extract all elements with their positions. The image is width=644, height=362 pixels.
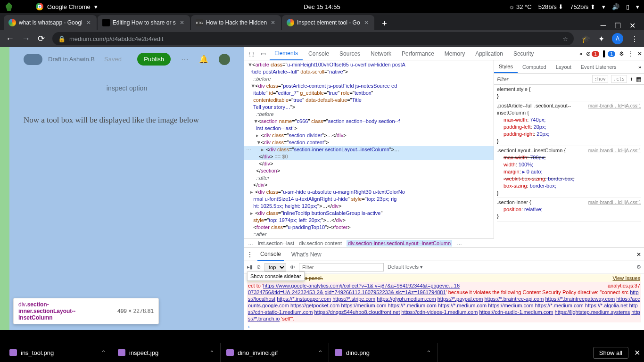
chevron-up-icon[interactable]: ⌃ — [101, 349, 106, 356]
download-name: inspect.jpg — [129, 349, 158, 356]
chevron-up-icon[interactable]: ⌃ — [209, 349, 215, 356]
draft-label[interactable]: Draft in Ashwin.B — [48, 56, 95, 63]
tab-elements[interactable]: Elements — [270, 47, 303, 60]
issues-badge[interactable]: ▌1 — [603, 50, 615, 57]
publish-button[interactable]: Publish — [137, 53, 171, 66]
browser-tab[interactable]: Editing How to share or s ✕ — [98, 15, 190, 30]
app-name[interactable]: Google Chrome — [47, 3, 91, 10]
dom-tree[interactable]: ▼<article class="u-minHeight100vhOffset6… — [244, 60, 494, 238]
cls-toggle[interactable]: .cls — [611, 75, 627, 83]
clock[interactable]: Dec 15 14:55 — [304, 3, 340, 10]
grad-cap-icon[interactable]: 🎓 — [581, 34, 591, 43]
close-window-button[interactable]: ✕ — [629, 21, 636, 30]
wifi-icon[interactable]: ▾ — [602, 3, 605, 10]
settings-icon[interactable]: ⚙ — [619, 50, 624, 57]
new-tab-button[interactable]: + — [378, 17, 391, 30]
download-name: dino_invinci.gif — [238, 349, 278, 356]
url-input[interactable]: 🔒 medium.com/p/d4abddc4e2b4/edit ☆ — [52, 32, 574, 45]
styles-filter-input[interactable] — [497, 76, 589, 82]
browser-tab[interactable]: inspect element tool - Go ✕ — [282, 15, 374, 30]
styles-tab-layout[interactable]: Layout — [551, 61, 576, 73]
browser-tab[interactable]: what is whatsapp - Googl ✕ — [4, 15, 97, 30]
console-prompt[interactable]: › — [247, 322, 641, 330]
styles-tab-styles[interactable]: Styles — [494, 61, 518, 73]
error-badge[interactable]: ⊘1 — [586, 50, 599, 57]
menu-icon[interactable]: ⋮ — [631, 34, 638, 43]
tab-sources[interactable]: Sources — [335, 48, 365, 60]
close-icon[interactable]: ✕ — [363, 19, 370, 26]
console-tab[interactable]: Console — [257, 248, 284, 261]
reload-button[interactable]: ⟳ — [38, 33, 45, 44]
download-item[interactable]: dino_invinci.gif ⌃ — [221, 343, 329, 362]
console-settings-icon[interactable]: ⚙ — [636, 264, 641, 270]
download-item[interactable]: inspect.jpg ⌃ — [112, 343, 221, 362]
more-tabs-icon[interactable]: » — [579, 50, 583, 57]
bc-item[interactable]: … — [248, 240, 253, 246]
box-model-icon[interactable]: ▦ — [636, 76, 641, 82]
styles-panel: Styles Computed Layout Event Listeners »… — [494, 60, 644, 247]
avatar-icon[interactable] — [219, 54, 230, 65]
sysmenu-chevron-icon[interactable]: ▾ — [636, 3, 639, 10]
more-icon[interactable]: ⋯ — [181, 55, 189, 64]
activities-icon[interactable] — [5, 2, 13, 11]
bc-item[interactable]: … — [457, 240, 462, 246]
console-close-icon[interactable]: ✕ — [636, 251, 641, 258]
eye-icon[interactable]: 👁 — [290, 264, 295, 270]
article-paragraph[interactable]: Now a tool box will be displayed like th… — [24, 115, 230, 125]
volume-icon[interactable]: 🔊 — [612, 3, 619, 10]
bc-item[interactable]: irst.section--last — [258, 240, 294, 246]
profile-avatar[interactable]: A — [612, 33, 623, 44]
console-menu-icon[interactable]: ⋮ — [247, 251, 253, 258]
browser-tab[interactable]: HTG How to Hack the Hidden ✕ — [191, 15, 281, 30]
close-bar-icon[interactable]: ✕ — [634, 348, 640, 357]
bc-item[interactable]: div.section-inner.sectionLayout--insetCo… — [347, 240, 452, 247]
more-icon[interactable]: » — [638, 64, 644, 70]
hov-toggle[interactable]: :hov — [592, 75, 608, 83]
tab-network[interactable]: Network — [366, 48, 396, 60]
device-toolbar-icon[interactable]: ▭ — [258, 50, 269, 57]
close-icon[interactable]: ✕ — [270, 19, 276, 26]
download-item[interactable]: ins_tool.png ⌃ — [4, 343, 112, 362]
bc-item[interactable]: div.section-content — [299, 240, 342, 246]
devtools-menu-icon[interactable]: ⋮ — [628, 50, 634, 57]
google-favicon-icon — [8, 19, 16, 26]
google-favicon-icon — [287, 19, 294, 26]
devtools-close-icon[interactable]: ✕ — [637, 50, 642, 57]
extensions-icon[interactable]: ✦ — [598, 34, 604, 43]
tab-application[interactable]: Application — [471, 48, 508, 60]
tab-memory[interactable]: Memory — [440, 48, 470, 60]
tab-console[interactable]: Console — [304, 48, 334, 60]
console-sidebar-toggle[interactable]: ▸▮ — [247, 264, 253, 270]
chrome-app-icon[interactable] — [36, 3, 43, 10]
close-icon[interactable]: ✕ — [179, 19, 185, 26]
levels-select[interactable]: Default levels ▾ — [388, 264, 423, 270]
star-icon[interactable]: ☆ — [562, 35, 568, 42]
dom-breadcrumb[interactable]: … irst.section--last div.section-content… — [244, 238, 494, 247]
image-file-icon — [335, 349, 342, 356]
close-icon[interactable]: ✕ — [85, 19, 92, 26]
console-filter-input[interactable] — [299, 263, 384, 272]
styles-tab-events[interactable]: Event Listeners — [576, 61, 621, 73]
whatsnew-tab[interactable]: What's New — [289, 248, 324, 261]
weather[interactable]: ☼ 32 °C — [509, 3, 531, 10]
chevron-up-icon[interactable]: ⌃ — [426, 349, 431, 356]
tab-title: what is whatsapp - Googl — [19, 19, 83, 26]
back-button[interactable]: ← — [6, 34, 14, 44]
clear-console-icon[interactable]: ⊘ — [256, 264, 261, 270]
maximize-button[interactable]: ☐ — [614, 21, 621, 30]
minimize-button[interactable]: ─ — [601, 21, 606, 30]
add-rule-icon[interactable]: + — [630, 76, 633, 82]
battery-icon[interactable]: ▯ — [626, 3, 629, 10]
download-item[interactable]: dino.png ⌃ — [329, 343, 438, 362]
chevron-up-icon[interactable]: ⌃ — [318, 349, 323, 356]
bell-icon[interactable]: 🔔 — [199, 55, 208, 64]
inspect-element-icon[interactable]: ⬚ — [246, 50, 257, 57]
context-select[interactable]: top — [264, 263, 286, 272]
medium-logo-icon[interactable] — [24, 54, 42, 65]
tab-security[interactable]: Security — [509, 48, 538, 60]
tab-performance[interactable]: Performance — [397, 48, 439, 60]
show-all-button[interactable]: Show all — [593, 347, 628, 359]
styles-tab-computed[interactable]: Computed — [518, 61, 551, 73]
net-down: 528b/s ⬇ — [538, 3, 564, 10]
forward-button[interactable]: → — [22, 34, 30, 44]
